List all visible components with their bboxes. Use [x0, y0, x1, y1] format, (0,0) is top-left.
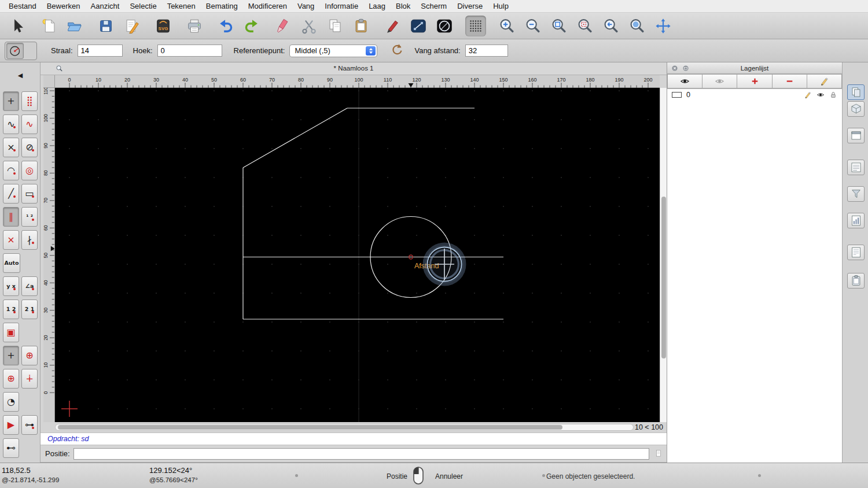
undo-button[interactable]: [215, 16, 236, 36]
straal-input[interactable]: [78, 45, 123, 57]
library-panel-button[interactable]: [847, 101, 865, 117]
report-panel-button[interactable]: [847, 213, 865, 228]
menu-informatie[interactable]: Informatie: [319, 0, 363, 13]
svg-export-button[interactable]: SVG: [153, 16, 174, 36]
clipboard-panel-button[interactable]: [847, 273, 865, 289]
pointer-tool-button[interactable]: [7, 16, 28, 36]
cut-button[interactable]: [299, 16, 319, 36]
menu-scherm[interactable]: Scherm: [415, 0, 452, 13]
menu-blok[interactable]: Blok: [391, 0, 415, 13]
horizontal-scrollbar[interactable]: [55, 424, 634, 431]
add-point-tool[interactable]: +: [3, 346, 19, 365]
intersection-point-tool[interactable]: ×: [3, 138, 19, 157]
protractor-tool[interactable]: ◔: [3, 392, 19, 412]
sequence-1-2-tool[interactable]: 1 2: [3, 300, 19, 319]
menu-aanzicht[interactable]: Aanzicht: [86, 0, 125, 13]
notes-panel-button[interactable]: [847, 245, 865, 260]
two-point-order-tool[interactable]: ¹ ²: [21, 207, 38, 227]
selection-rect-tool[interactable]: ▭: [21, 184, 38, 204]
tangent-line-tool[interactable]: ╱: [3, 184, 19, 204]
zoom-fit-button[interactable]: [549, 16, 569, 36]
layer-visibility-icon[interactable]: [816, 91, 825, 99]
paste-button[interactable]: [351, 16, 372, 36]
layers-list-panel-button[interactable]: [847, 160, 865, 175]
menu-selectie[interactable]: Selectie: [124, 0, 161, 13]
open-document-button[interactable]: [64, 16, 85, 36]
panel-expand-icon[interactable]: [682, 64, 690, 72]
properties-panel-button[interactable]: [847, 84, 865, 100]
angle-entry-tool[interactable]: ∠a: [21, 276, 38, 296]
key-point-tool[interactable]: ⊶: [21, 415, 38, 435]
auto-snap-button[interactable]: Auto: [3, 253, 20, 273]
layer-color-swatch[interactable]: [672, 92, 682, 98]
panel-close-icon[interactable]: [671, 64, 679, 72]
lock-point-tool[interactable]: ⊷: [3, 438, 19, 458]
marker-tool-button[interactable]: [273, 16, 293, 36]
point-on-element-tool[interactable]: ∔: [21, 369, 38, 389]
edit-document-button[interactable]: [122, 16, 142, 36]
menu-hulp[interactable]: Hulp: [488, 0, 514, 13]
perpendicular-snap-tool[interactable]: ∤: [21, 230, 38, 250]
zoom-window-button[interactable]: [627, 16, 648, 36]
remove-node-tool[interactable]: ⊕: [3, 369, 19, 389]
menu-tekenen[interactable]: Tekenen: [162, 0, 201, 13]
ellipse-style-button[interactable]: [434, 16, 455, 36]
show-all-layers-button[interactable]: [667, 74, 703, 88]
circle-tangent-tool[interactable]: ⊘: [21, 138, 38, 157]
referentiepunt-select[interactable]: Middel (,5): [289, 45, 377, 57]
spline-tool[interactable]: ∿: [21, 114, 38, 134]
views-panel-button[interactable]: [847, 128, 865, 143]
vertical-scrollbar-thumb[interactable]: [661, 197, 666, 358]
zoom-selection-button[interactable]: [575, 16, 595, 36]
horizontal-scrollbar-thumb[interactable]: [58, 425, 562, 430]
palette-collapse-arrow[interactable]: ◀: [0, 72, 41, 79]
command-line[interactable]: Opdracht: sd: [41, 432, 667, 445]
redo-button[interactable]: [241, 16, 262, 36]
print-preview-button[interactable]: [184, 16, 205, 36]
cross-snap-tool[interactable]: ×: [3, 230, 19, 250]
pan-tool-button[interactable]: [653, 16, 674, 36]
position-history-button[interactable]: [653, 449, 664, 459]
new-document-button[interactable]: [38, 16, 59, 36]
vang-afstand-input[interactable]: [465, 45, 508, 57]
parallel-line-tool[interactable]: ∥: [3, 207, 19, 227]
positie-input[interactable]: [73, 448, 649, 460]
menu-diverse[interactable]: Diverse: [452, 0, 488, 13]
layer-lock-icon[interactable]: [829, 91, 837, 99]
menu-bewerken[interactable]: Bewerken: [42, 0, 86, 13]
undo-last-point-button[interactable]: [390, 43, 404, 58]
vertical-scrollbar[interactable]: [660, 88, 667, 422]
concentric-circle-tool[interactable]: ◎: [21, 161, 38, 180]
zoom-in-button[interactable]: [496, 16, 517, 36]
save-document-button[interactable]: [95, 16, 116, 36]
layer-edit-icon[interactable]: [804, 91, 812, 99]
menu-modificeren[interactable]: Modificeren: [243, 0, 292, 13]
menu-bemating[interactable]: Bemating: [201, 0, 243, 13]
zoom-previous-button[interactable]: [601, 16, 621, 36]
sequence-2-1-tool[interactable]: 2 1: [21, 300, 38, 319]
circle-radius-tool-button[interactable]: [6, 43, 24, 59]
menu-laag[interactable]: Laag: [363, 0, 391, 13]
arc-point-tool[interactable]: ◠: [3, 161, 19, 180]
freehand-curve-tool[interactable]: ∿: [3, 114, 19, 134]
line-style-button[interactable]: [408, 16, 429, 36]
zoom-out-button[interactable]: [523, 16, 543, 36]
layer-row[interactable]: 0: [667, 89, 842, 101]
grid-point-tool[interactable]: +: [3, 91, 19, 111]
pen-style-button[interactable]: [382, 16, 403, 36]
menu-vang[interactable]: Vang: [292, 0, 319, 13]
drawing-canvas[interactable]: Afstand: [55, 88, 660, 422]
hoek-input[interactable]: [157, 45, 222, 57]
menu-bestand[interactable]: Bestand: [3, 0, 42, 13]
flag-marker-tool[interactable]: ▶: [3, 415, 19, 435]
edit-layer-button[interactable]: [807, 74, 842, 88]
grid-toggle-button[interactable]: [465, 16, 486, 36]
copy-button[interactable]: [325, 16, 345, 36]
xy-entry-tool[interactable]: y x: [3, 276, 19, 296]
remove-layer-button[interactable]: [773, 74, 807, 88]
add-layer-button[interactable]: [737, 74, 772, 88]
zone-highlight-tool[interactable]: ▣: [3, 323, 19, 342]
hide-layers-button[interactable]: [703, 74, 737, 88]
insert-node-tool[interactable]: ⊕: [21, 346, 38, 365]
filter-panel-button[interactable]: [847, 186, 865, 202]
